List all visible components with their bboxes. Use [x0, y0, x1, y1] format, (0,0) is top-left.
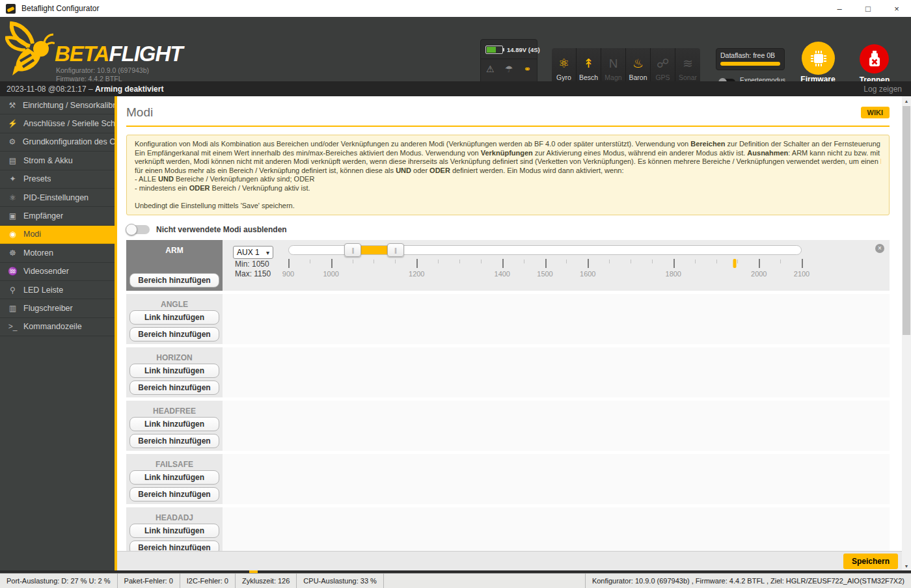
firmware-flasher-button[interactable] [802, 42, 835, 75]
battery-panel: 14.89V (4S) ⚠☂⚭ [480, 39, 537, 87]
sidebar-item-led[interactable]: ⚲ LED Leiste [0, 281, 115, 299]
scale-tick [716, 260, 717, 263]
save-bar: Speichern [117, 551, 902, 570]
footer-stat: Paket-Fehler: 0 [118, 574, 180, 588]
gyro-icon: ⚛ [558, 54, 569, 74]
show-log-button[interactable]: Log zeigen [863, 85, 902, 94]
scale-tick [502, 259, 504, 268]
scale-tick [652, 260, 653, 263]
sidebar-item-ports[interactable]: ⚡ Anschlüsse / Serielle Schn... [0, 114, 115, 133]
sidebar-item-label: Videosender [23, 267, 69, 276]
mode-header: HEADADJ Link hinzufügen Bereich hinzufüg… [126, 507, 223, 551]
hide-unused-row: Nicht verwendete Modi ausblenden [126, 225, 890, 234]
sidebar-item-label: Motoren [23, 248, 53, 258]
add-link-button[interactable]: Link hinzufügen [129, 524, 219, 538]
signal-icon: ☂ [500, 59, 519, 79]
add-range-button[interactable]: Bereich hinzufügen [129, 273, 219, 287]
note-line: verknüpft werden, Modi können nicht mit … [135, 157, 881, 167]
sidebar-item-blackbox[interactable]: ▥ Flugschreiber [0, 299, 115, 317]
scale-tick [331, 259, 333, 268]
add-range-button[interactable]: Bereich hinzufügen [129, 541, 219, 551]
minimize-button[interactable]: – [825, 0, 854, 17]
sidebar-item-power[interactable]: ▤ Strom & Akku [0, 152, 115, 170]
sensor-sonar: ≋ Sonar [675, 48, 700, 84]
note-line: für einen Modus mehr als ein Bereich / V… [135, 167, 881, 176]
scale-label: 1600 [580, 270, 595, 278]
add-range-button[interactable]: Bereich hinzufügen [129, 327, 219, 341]
footer-stats: Port-Auslastung: D: 27 % U: 2 %Paket-Feh… [0, 574, 384, 588]
sidebar-nav: ⚒ Einrichtung / Sensorkalibr... ⚡ Anschl… [0, 96, 115, 336]
sensor-gyro: ⚛ Gyro [552, 48, 577, 84]
betaflight-configurator-window: Betaflight Configurator – □ × BETAFLIGHT… [0, 0, 911, 588]
footer-stat: Zykluszeit: 126 [236, 574, 297, 588]
magic-wand-icon: ✦ [8, 174, 18, 183]
mode-header: FAILSAFE Link hinzufügen Bereich hinzufü… [126, 454, 223, 504]
save-button[interactable]: Speichern [843, 554, 898, 569]
wiki-button[interactable]: WIKI [861, 107, 890, 118]
add-link-button[interactable]: Link hinzufügen [129, 470, 219, 485]
scale-tick [631, 260, 631, 263]
add-link-button[interactable]: Link hinzufügen [129, 364, 219, 378]
sidebar-item-vtx[interactable]: ♒ Videosender [0, 263, 115, 281]
window-controls: – □ × [825, 0, 911, 17]
battery-icon [485, 46, 503, 54]
scrollbar-thumb[interactable] [903, 106, 910, 335]
sidebar-item-presets[interactable]: ✦ Presets [0, 170, 115, 189]
sidebar-item-cli[interactable]: >_ Kommandozeile [0, 318, 115, 336]
header: BETAFLIGHT Konfigurator: 10.9.0 (697943b… [0, 17, 911, 81]
scale-tick [416, 259, 418, 268]
grip-icon: ∥ [394, 247, 398, 254]
vertical-scrollbar[interactable]: ▲ ▼ [902, 96, 911, 570]
sidebar-item-motors[interactable]: ☸ Motoren [0, 244, 115, 262]
arming-status: Arming deaktiviert [95, 85, 163, 94]
scale-tick [438, 260, 439, 263]
mode-body [223, 294, 890, 344]
sidebar-item-pid[interactable]: ⚛ PID-Einstellungen [0, 189, 115, 207]
scale-tick [310, 260, 310, 263]
sensor-gps: ☍ GPS [651, 48, 675, 84]
hide-unused-toggle[interactable] [126, 225, 150, 234]
title-bar: Betaflight Configurator – □ × [0, 0, 911, 17]
channel-select-value: AUX 1 [237, 248, 260, 257]
sidebar-item-label: Grundkonfiguration des C... [23, 137, 115, 146]
sidebar-item-receiver[interactable]: ▣ Empfänger [0, 207, 115, 225]
range-handle-max[interactable]: ∥ [387, 243, 404, 257]
mode-body [223, 454, 890, 504]
sidebar-item-modes[interactable]: ◉ Modi [0, 226, 115, 244]
battery-icon: ▤ [8, 156, 18, 165]
scale-tick [524, 260, 524, 263]
add-link-button[interactable]: Link hinzufügen [129, 417, 219, 431]
sidebar-item-configuration[interactable]: ⚙ Grundkonfiguration des C... [0, 133, 115, 152]
scroll-up-icon[interactable]: ▲ [902, 96, 911, 105]
scale-label: 1200 [409, 270, 424, 278]
scale-tick [566, 260, 567, 263]
sensor-label: Sonar [679, 74, 697, 81]
blackbox-icon: ▥ [8, 304, 18, 313]
mode-name: FAILSAFE [126, 454, 223, 469]
scale-tick [288, 259, 290, 268]
arming-status-bar: 2023-11-08 @08:21:17 – Arming deaktivier… [0, 81, 911, 96]
maximize-button[interactable]: □ [854, 0, 882, 17]
add-range-button[interactable]: Bereich hinzufügen [129, 381, 219, 395]
link-icon: ⚭ [518, 59, 537, 79]
mode-row-headfree: HEADFREE Link hinzufügen Bereich hinzufü… [126, 401, 890, 451]
barometer-icon: ♨ [632, 54, 644, 74]
add-range-button[interactable]: Bereich hinzufügen [129, 434, 219, 448]
led-icon: ⚲ [8, 286, 18, 295]
sidebar-item-setup[interactable]: ⚒ Einrichtung / Sensorkalibr... [0, 96, 115, 114]
version-line: Konfigurator: 10.9.0 (697943b) [56, 66, 184, 75]
delete-range-icon[interactable]: × [875, 244, 884, 253]
betaflight-logo-icon [5, 19, 55, 79]
disconnect-button[interactable] [860, 44, 889, 74]
mode-row-headadj: HEADADJ Link hinzufügen Bereich hinzufüg… [126, 507, 890, 551]
range-handle-min[interactable]: ∥ [344, 243, 361, 257]
note-line: - ALLE UND Bereiche / Verknüpfungen akti… [135, 175, 881, 184]
mode-name: HEADFREE [126, 401, 223, 416]
scale-label: 2000 [751, 270, 767, 278]
scroll-down-icon[interactable]: ▼ [902, 561, 911, 570]
add-range-button[interactable]: Bereich hinzufügen [129, 487, 219, 501]
sidebar-item-label: Kommandozeile [23, 322, 82, 331]
channel-select[interactable]: AUX 1 ▾ [233, 246, 273, 259]
close-button[interactable]: × [882, 0, 911, 17]
add-link-button[interactable]: Link hinzufügen [129, 310, 219, 325]
